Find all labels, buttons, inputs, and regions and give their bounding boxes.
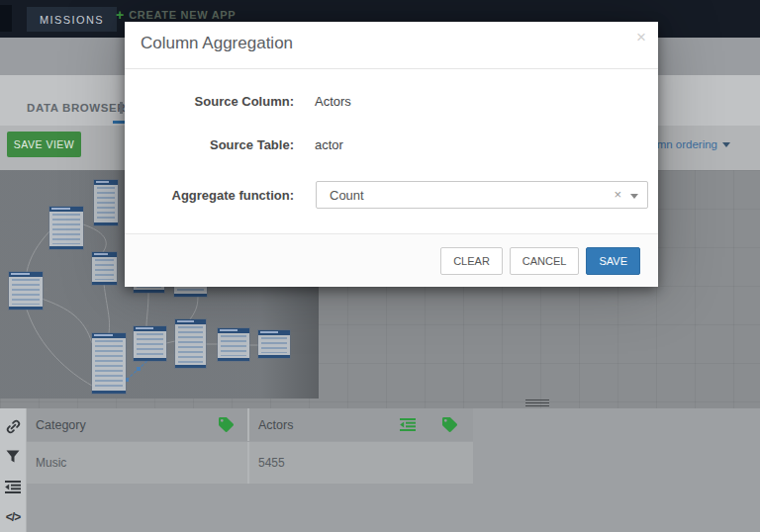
- data-grid-panel: </> Category Actors: [0, 408, 760, 532]
- code-icon[interactable]: </>: [0, 502, 27, 532]
- link-icon[interactable]: [0, 411, 27, 442]
- card-header: [218, 328, 249, 333]
- card-header: [175, 319, 206, 324]
- card-columns: [95, 259, 114, 280]
- card-header: [258, 330, 290, 335]
- cancel-button[interactable]: CANCEL: [510, 247, 580, 275]
- card-footer: [218, 358, 249, 361]
- field-label: Source Table:: [125, 137, 294, 152]
- clear-selection-icon[interactable]: ×: [614, 187, 621, 202]
- schema-table-card[interactable]: [258, 330, 290, 358]
- card-footer: [175, 365, 206, 368]
- card-header: [134, 326, 166, 331]
- active-tab-underline: [113, 121, 125, 124]
- card-header: [92, 333, 126, 338]
- card-header: [92, 252, 117, 257]
- card-columns: [95, 340, 123, 389]
- schema-table-card[interactable]: [9, 272, 43, 310]
- tag-icon[interactable]: [442, 417, 457, 432]
- tag-icon[interactable]: [219, 417, 234, 432]
- missions-button[interactable]: MISSIONS: [27, 7, 117, 32]
- create-new-app-link[interactable]: + CREATE NEW APP: [116, 8, 236, 22]
- plus-icon: +: [116, 9, 124, 21]
- card-columns: [12, 279, 40, 305]
- schema-table-card[interactable]: [49, 207, 83, 249]
- card-footer: [134, 290, 164, 293]
- schema-table-card[interactable]: [92, 333, 126, 394]
- column-header-actors[interactable]: Actors: [249, 408, 471, 441]
- cell-actors[interactable]: 5455: [249, 442, 471, 484]
- schema-table-card[interactable]: [134, 326, 166, 361]
- schema-table-card[interactable]: [94, 180, 118, 225]
- card-footer: [134, 358, 166, 361]
- app-screen: MISSIONS + CREATE NEW APP DATA BROWSER S…: [0, 0, 760, 532]
- tab-data-browser[interactable]: DATA BROWSER: [27, 102, 126, 114]
- select-value: Count: [330, 188, 364, 203]
- field-value: actor: [315, 137, 343, 152]
- outdent-icon[interactable]: [400, 418, 416, 431]
- column-header-label: Category: [36, 418, 86, 432]
- grid-side-rail: </>: [0, 408, 27, 532]
- edge-nav-button[interactable]: [0, 5, 12, 32]
- card-columns: [221, 335, 246, 356]
- chevron-down-icon: [630, 194, 638, 199]
- schema-table-card[interactable]: [218, 328, 249, 361]
- column-header-label: Actors: [258, 418, 293, 432]
- aggregate-function-select[interactable]: Count ×: [316, 181, 648, 209]
- field-source-table: Source Table: actor: [125, 137, 658, 152]
- schema-table-card[interactable]: [92, 252, 117, 285]
- field-aggregate-function: Aggregate function: Count ×: [125, 181, 658, 209]
- field-label: Aggregate function:: [125, 188, 294, 203]
- panel-splitter-grip[interactable]: [525, 399, 549, 406]
- card-footer: [49, 246, 83, 249]
- modal-body: Source Column: Actors Source Table: acto…: [125, 69, 658, 209]
- schema-table-card[interactable]: [175, 319, 206, 368]
- create-new-app-label: CREATE NEW APP: [129, 9, 236, 21]
- card-header: [49, 207, 83, 212]
- modal-header: Column Aggregation ×: [125, 22, 658, 69]
- modal-title: Column Aggregation: [141, 34, 293, 53]
- card-footer: [92, 391, 126, 394]
- save-view-button[interactable]: SAVE VIEW: [7, 132, 81, 157]
- card-columns: [178, 326, 203, 363]
- close-icon[interactable]: ×: [636, 28, 646, 47]
- grid-data-row: Music 5455: [27, 442, 473, 484]
- card-columns: [261, 337, 287, 353]
- column-header-category[interactable]: Category: [27, 408, 249, 441]
- card-header: [94, 180, 118, 185]
- field-label: Source Column:: [125, 94, 294, 109]
- filter-icon[interactable]: [0, 442, 27, 473]
- save-button[interactable]: SAVE: [586, 247, 640, 275]
- column-aggregation-modal: Column Aggregation × Source Column: Acto…: [125, 22, 658, 287]
- card-footer: [258, 355, 290, 358]
- tab-partial-sliver: [120, 102, 123, 114]
- outdent-icon[interactable]: [0, 472, 27, 502]
- field-value: Actors: [315, 94, 351, 109]
- card-footer: [174, 294, 207, 297]
- clear-button[interactable]: CLEAR: [440, 247, 503, 275]
- cell-category[interactable]: Music: [27, 442, 249, 484]
- chevron-down-icon: [722, 142, 730, 147]
- card-header: [9, 272, 43, 277]
- card-columns: [97, 187, 115, 221]
- card-footer: [92, 282, 117, 285]
- card-columns: [52, 214, 80, 244]
- modal-footer: CLEAR CANCEL SAVE: [125, 233, 658, 287]
- grid-header-row: Category Actors: [27, 408, 473, 441]
- card-footer: [94, 222, 118, 225]
- field-source-column: Source Column: Actors: [125, 94, 658, 109]
- card-footer: [9, 307, 43, 310]
- card-columns: [137, 333, 163, 356]
